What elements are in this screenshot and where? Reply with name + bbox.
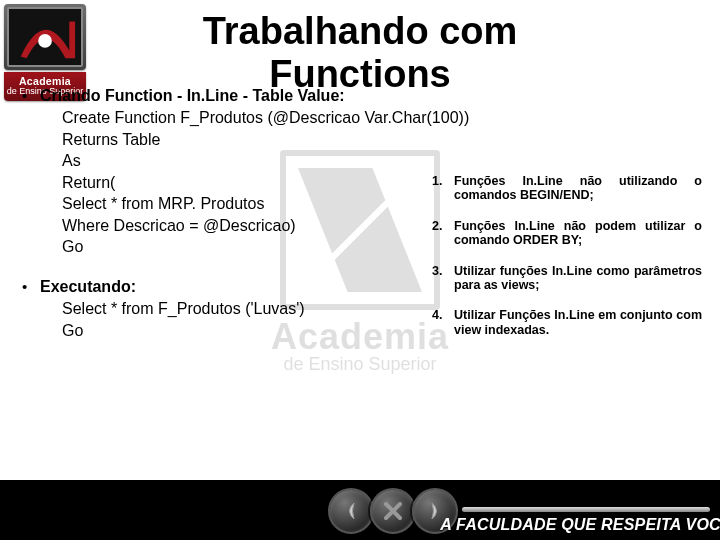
footer-slogan: A FACULDADE QUE RESPEITA VOCÊ: [440, 516, 720, 534]
brand-logo: Academia de Ensino Superior: [4, 4, 98, 96]
alpha-icon: [11, 11, 79, 63]
note-item: 1. Funções In.Line não utilizando o coma…: [432, 174, 702, 203]
footer-bar: A FACULDADE QUE RESPEITA VOCÊ: [0, 480, 720, 540]
watermark-text-2: de Ensino Superior: [170, 354, 550, 375]
notes-list: 1. Funções In.Line não utilizando o coma…: [432, 174, 702, 353]
code-line: Returns Table: [22, 130, 702, 150]
code-line: As: [22, 151, 702, 171]
svg-point-0: [38, 34, 52, 48]
tagline-bar: [462, 507, 710, 512]
note-item: 2. Funções In.Line não podem utilizar o …: [432, 219, 702, 248]
nav-prev-button[interactable]: [328, 488, 374, 534]
section2-heading: Executando:: [40, 277, 136, 297]
code-line: Create Function F_Produtos (@Descricao V…: [22, 108, 702, 128]
section1-heading: Criando Function - In.Line - Table Value…: [40, 86, 345, 106]
bullet-1: • Criando Function - In.Line - Table Val…: [22, 86, 702, 106]
note-item: 3. Utilizar funções In.Line como parâmet…: [432, 264, 702, 293]
close-icon: [381, 499, 405, 523]
nav-close-button[interactable]: [370, 488, 416, 534]
footer-tagline: A FACULDADE QUE RESPEITA VOCÊ: [462, 507, 710, 534]
arrow-left-icon: [339, 499, 363, 523]
note-item: 4. Utilizar Funções In.Line em conjunto …: [432, 308, 702, 337]
